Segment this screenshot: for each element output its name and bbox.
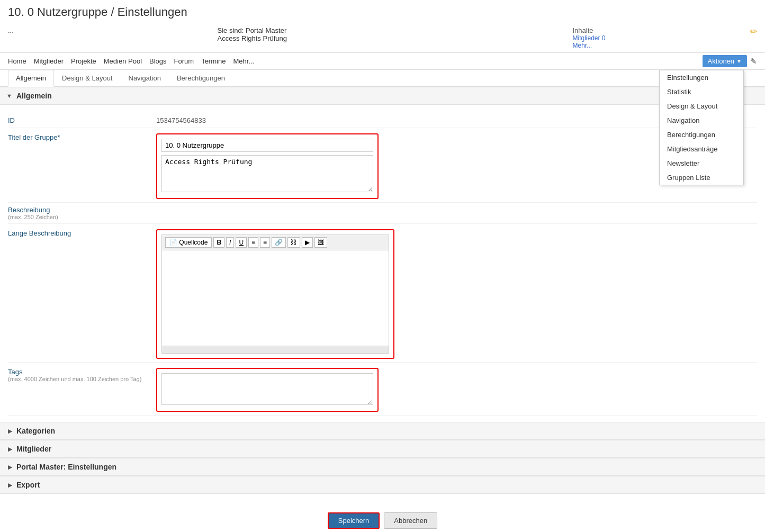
nav-mehr[interactable]: Mehr... bbox=[233, 57, 254, 65]
dropdown-einstellungen[interactable]: Einstellungen bbox=[660, 70, 736, 85]
export-header[interactable]: ▶ Export bbox=[0, 476, 765, 494]
rte-underline-button[interactable]: U bbox=[236, 237, 247, 248]
mitglieder-title: Mitglieder bbox=[16, 445, 51, 453]
tags-highlighted bbox=[156, 368, 379, 412]
dropdown-statistik[interactable]: Statistik bbox=[660, 85, 736, 99]
aktionen-arrow-icon: ▼ bbox=[736, 58, 742, 64]
beschreibung-sub: (max. 250 Zeichen) bbox=[8, 214, 156, 220]
dropdown-newsletter[interactable]: Newsletter bbox=[660, 156, 736, 170]
dropdown-navigation[interactable]: Navigation bbox=[660, 113, 736, 128]
tab-design-layout[interactable]: Design & Layout bbox=[54, 70, 120, 87]
rte-ol-button[interactable]: ≡ bbox=[248, 237, 258, 248]
rte-toolbar: 📄 Quellcode B I U ≡ ≡ 🔗 ⛓ ▶ 🖼 bbox=[162, 235, 389, 250]
save-label: Speichern bbox=[338, 517, 370, 525]
sie-sind-label: Sie sind: Portal Master bbox=[218, 26, 573, 34]
mitglieder-link[interactable]: Mitglieder 0 bbox=[573, 34, 751, 42]
export-title: Export bbox=[16, 481, 40, 489]
top-bar-ellipsis: ... bbox=[8, 26, 186, 34]
nav-bar: Home Mitglieder Projekte Medien Pool Blo… bbox=[0, 53, 765, 70]
inhalte-label: Inhalte bbox=[573, 26, 751, 34]
aktionen-button[interactable]: Aktionen ▼ bbox=[703, 55, 748, 67]
rte-horizontal-scrollbar[interactable] bbox=[162, 346, 389, 353]
image-icon: 🖼 bbox=[318, 239, 324, 246]
aktionen-label: Aktionen bbox=[708, 57, 735, 65]
export-section: ▶ Export bbox=[0, 476, 765, 494]
tags-textarea[interactable] bbox=[161, 373, 373, 405]
rte-editor: 📄 Quellcode B I U ≡ ≡ 🔗 ⛓ ▶ 🖼 bbox=[161, 235, 389, 354]
kategorien-chevron-icon: ▶ bbox=[8, 428, 12, 435]
tags-row: Tags (max. 4000 Zeichen und max. 100 Zei… bbox=[8, 363, 757, 416]
aktionen-dropdown: Einstellungen Statistik Design & Layout … bbox=[659, 70, 744, 185]
highlighted-fields-section: Access Rights Prüfung bbox=[156, 133, 379, 199]
nav-blogs[interactable]: Blogs bbox=[149, 57, 167, 65]
rte-italic-button[interactable]: I bbox=[226, 237, 234, 248]
dropdown-berechtigungen[interactable]: Berechtigungen bbox=[660, 128, 736, 142]
rte-image-button[interactable]: 🖼 bbox=[314, 237, 327, 248]
dropdown-gruppen-liste[interactable]: Gruppen Liste bbox=[660, 170, 736, 185]
tags-label: Tags (max. 4000 Zeichen und max. 100 Zei… bbox=[8, 366, 156, 382]
nav-medienpool[interactable]: Medien Pool bbox=[104, 57, 142, 65]
rte-source-button[interactable]: 📄 Quellcode bbox=[165, 237, 212, 248]
underline-icon: U bbox=[239, 239, 244, 246]
cancel-button[interactable]: Abbrechen bbox=[384, 512, 437, 529]
rte-content-area[interactable] bbox=[162, 250, 389, 346]
dropdown-mitgliedsantraege[interactable]: Mitgliedsanträge bbox=[660, 142, 736, 156]
tags-input-wrapper bbox=[156, 366, 379, 412]
save-button[interactable]: Speichern bbox=[328, 512, 380, 529]
edit-pencil-icon[interactable]: ✏ bbox=[750, 26, 757, 37]
rte-bold-button[interactable]: B bbox=[213, 237, 224, 248]
portal-master-header[interactable]: ▶ Portal Master: Einstellungen bbox=[0, 458, 765, 476]
id-label: ID bbox=[8, 114, 156, 124]
beschreibung-label: Beschreibung (max. 250 Zeichen) bbox=[8, 204, 156, 220]
tab-berechtigungen[interactable]: Berechtigungen bbox=[169, 70, 233, 87]
kategorien-title: Kategorien bbox=[16, 427, 55, 435]
tabs-bar: Allgemein Design & Layout Navigation Ber… bbox=[0, 70, 765, 87]
tags-sub: (max. 4000 Zeichen und max. 100 Zeichen … bbox=[8, 376, 156, 382]
portal-master-chevron-icon: ▶ bbox=[8, 464, 12, 471]
portal-master-section: ▶ Portal Master: Einstellungen bbox=[0, 458, 765, 476]
beschreibung-textarea[interactable]: Access Rights Prüfung bbox=[161, 155, 373, 192]
tab-navigation[interactable]: Navigation bbox=[121, 70, 169, 87]
nav-projekte[interactable]: Projekte bbox=[71, 57, 96, 65]
beschreibung-label-text: Beschreibung bbox=[8, 206, 50, 214]
rte-link-button[interactable]: 🔗 bbox=[272, 237, 286, 248]
nav-edit-icon-button[interactable]: ✎ bbox=[750, 57, 757, 66]
allgemein-form: ID 1534754564833 Titel der Gruppe* Acces… bbox=[8, 105, 757, 422]
allgemein-chevron-icon: ▼ bbox=[6, 93, 12, 99]
lange-beschreibung-highlighted: 📄 Quellcode B I U ≡ ≡ 🔗 ⛓ ▶ 🖼 bbox=[156, 229, 394, 359]
allgemein-section-header[interactable]: ▼ Allgemein bbox=[0, 87, 765, 105]
kategorien-header[interactable]: ▶ Kategorien bbox=[0, 422, 765, 440]
page-title: 10. 0 Nutzergruppe / Einstellungen bbox=[0, 0, 765, 23]
tab-allgemein[interactable]: Allgemein bbox=[8, 70, 54, 87]
top-bar-user: Sie sind: Portal Master Access Rights Pr… bbox=[186, 26, 573, 42]
mitglieder-header[interactable]: ▶ Mitglieder bbox=[0, 440, 765, 458]
nav-forum[interactable]: Forum bbox=[174, 57, 194, 65]
mitglieder-chevron-icon: ▶ bbox=[8, 446, 12, 453]
cancel-label: Abbrechen bbox=[394, 517, 427, 525]
titel-input[interactable] bbox=[161, 139, 373, 152]
lange-beschreibung-row: Lange Beschreibung 📄 Quellcode B I U ≡ bbox=[8, 224, 757, 363]
unlink-icon: ⛓ bbox=[291, 239, 297, 246]
nav-mitglieder[interactable]: Mitglieder bbox=[34, 57, 64, 65]
portal-master-title: Portal Master: Einstellungen bbox=[16, 463, 116, 471]
nav-home[interactable]: Home bbox=[8, 57, 26, 65]
allgemein-section-title: Allgemein bbox=[16, 92, 52, 100]
lange-beschreibung-label: Lange Beschreibung bbox=[8, 227, 156, 237]
bottom-actions: Speichern Abbrechen bbox=[0, 502, 765, 532]
rte-video-button[interactable]: ▶ bbox=[302, 237, 313, 248]
nav-bar-right: Aktionen ▼ ✎ bbox=[703, 55, 758, 67]
ul-icon: ≡ bbox=[263, 239, 267, 246]
rte-wrapper-outer: 📄 Quellcode B I U ≡ ≡ 🔗 ⛓ ▶ 🖼 bbox=[156, 227, 394, 359]
mehr-link[interactable]: Mehr... bbox=[573, 42, 751, 49]
id-row: ID 1534754564833 bbox=[8, 111, 757, 128]
rte-ul-button[interactable]: ≡ bbox=[260, 237, 270, 248]
dropdown-design-layout[interactable]: Design & Layout bbox=[660, 99, 736, 113]
main-content: ▼ Allgemein ID 1534754564833 Titel der G… bbox=[0, 87, 765, 502]
export-chevron-icon: ▶ bbox=[8, 482, 12, 489]
nav-termine[interactable]: Termine bbox=[201, 57, 226, 65]
rte-unlink-button[interactable]: ⛓ bbox=[287, 237, 300, 248]
ol-icon: ≡ bbox=[251, 239, 255, 246]
nav-edit-icon: ✎ bbox=[750, 57, 757, 66]
titel-input-wrapper: Access Rights Prüfung bbox=[156, 131, 379, 199]
video-icon: ▶ bbox=[305, 239, 310, 246]
